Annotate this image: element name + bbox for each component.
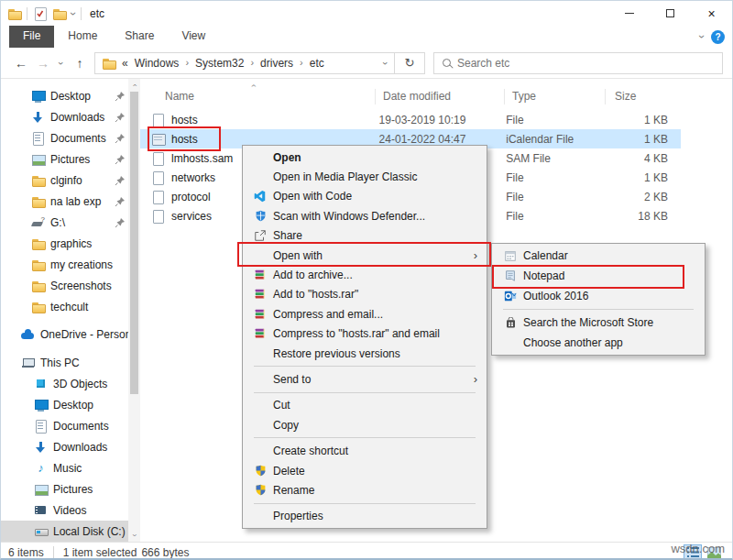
menu-item-open-in-media-player-classic[interactable]: Open in Media Player Classic — [245, 167, 485, 186]
column-header-type[interactable]: Type — [505, 89, 606, 104]
file-size: 1 KB — [597, 133, 681, 146]
scroll-down-icon[interactable]: › — [128, 530, 141, 542]
menu-item-share[interactable]: Share — [245, 226, 485, 246]
folder-icon — [31, 280, 45, 292]
sidebar-item-my-creations[interactable]: my creations — [1, 254, 140, 275]
file-row-hosts-1[interactable]: hosts 19-03-2019 10:19 File 1 KB — [140, 110, 681, 129]
file-size: 1 KB — [597, 171, 681, 184]
tab-share[interactable]: Share — [111, 26, 168, 48]
sidebar-item-na-lab-exp[interactable]: na lab exp — [1, 191, 140, 212]
back-button[interactable]: ← — [10, 56, 32, 71]
menu-item-label: Copy — [271, 419, 299, 432]
submenu-item-search-the-microsoft-store[interactable]: Search the Microsoft Store — [494, 313, 703, 333]
up-button[interactable]: ↑ — [69, 56, 91, 71]
sidebar-item-onedrive[interactable]: OneDrive - Person — [1, 324, 140, 345]
sidebar-item-pictures[interactable]: Pictures — [1, 148, 140, 170]
breadcrumb-item-windows[interactable]: Windows — [135, 57, 180, 70]
breadcrumb[interactable]: « Windows › System32 › drivers › etc › — [94, 52, 395, 74]
folder-icon — [31, 258, 45, 271]
menu-item-rename[interactable]: Rename — [245, 480, 485, 500]
breadcrumb-item-system32[interactable]: System32 — [195, 57, 244, 70]
sidebar-scrollbar[interactable]: › › — [128, 79, 140, 542]
breadcrumb-item-etc[interactable]: etc — [310, 57, 324, 70]
menu-item-cut[interactable]: Cut — [245, 396, 485, 415]
menu-item-add-to-archive[interactable]: Add to archive... — [245, 265, 485, 284]
ribbon-expand-chevron[interactable]: › — [695, 35, 708, 38]
menu-item-copy[interactable]: Copy — [245, 415, 485, 434]
sidebar-item-g-drive[interactable]: G:\ — [1, 212, 140, 233]
sidebar-item-videos[interactable]: Videos — [1, 500, 140, 521]
search-box[interactable] — [433, 52, 723, 74]
help-icon[interactable]: ? — [711, 30, 725, 44]
search-input[interactable] — [457, 57, 714, 70]
no-icon — [249, 248, 271, 263]
submenu-item-calendar[interactable]: Calendar — [494, 246, 703, 266]
sidebar-item-clginfo[interactable]: clginfo — [1, 170, 140, 191]
menu-item-scan-with-windows-defender[interactable]: Scan with Windows Defender... — [245, 206, 485, 225]
sidebar-item-graphics[interactable]: graphics — [1, 233, 140, 254]
tab-file[interactable]: File — [9, 26, 54, 48]
winrar-icon — [249, 307, 271, 322]
menu-item-compress-and-email[interactable]: Compress and email... — [245, 304, 485, 324]
menu-item-delete[interactable]: Delete — [245, 461, 485, 480]
sidebar-item-label: Music — [53, 462, 82, 475]
sidebar-item-desktop-pc[interactable]: Desktop — [1, 394, 140, 415]
submenu-item-label: Notepad — [521, 269, 564, 282]
recent-locations-chevron[interactable]: › — [56, 56, 67, 71]
sidebar-item-3d-objects[interactable]: 3D Objects — [1, 373, 140, 394]
sidebar-item-downloads-pc[interactable]: Downloads — [1, 436, 140, 457]
forward-button[interactable]: → — [32, 56, 54, 71]
refresh-button[interactable]: ↻ — [395, 52, 425, 74]
folder-icon[interactable] — [52, 7, 66, 20]
file-type: File — [498, 210, 597, 223]
breadcrumb-collapse[interactable]: « — [122, 57, 128, 70]
tab-view[interactable]: View — [168, 26, 219, 48]
menu-item-send-to[interactable]: Send to› — [245, 369, 485, 389]
submenu-item-outlook-2016[interactable]: Outlook 2016 — [494, 286, 703, 306]
check-icon[interactable] — [33, 7, 47, 20]
menu-item-open-with-code[interactable]: Open with Code — [245, 187, 485, 206]
sidebar-item-documents-pc[interactable]: Documents — [1, 415, 140, 436]
sidebar-item-pictures-pc[interactable]: Pictures — [1, 478, 140, 500]
sidebar-item-label: na lab exp — [50, 195, 101, 208]
qat-dropdown-chevron[interactable]: › — [67, 12, 80, 16]
scrollbar-thumb[interactable] — [130, 92, 138, 394]
menu-separator — [503, 309, 694, 310]
sidebar-item-screenshots[interactable]: Screenshots — [1, 275, 140, 296]
sidebar-item-label: G:\ — [50, 216, 65, 229]
scroll-up-icon[interactable]: › — [128, 80, 141, 92]
sidebar-item-desktop[interactable]: Desktop — [1, 85, 140, 106]
column-header-size[interactable]: Size — [606, 89, 690, 104]
menu-item-open[interactable]: Open — [245, 148, 485, 167]
menu-item-add-to-hosts-rar[interactable]: Add to "hosts.rar" — [245, 285, 485, 304]
tab-home[interactable]: Home — [54, 26, 111, 48]
menu-item-compress-to-hosts-rar-and-email[interactable]: Compress to "hosts.rar" and email — [245, 324, 485, 344]
selection-size: 666 bytes — [141, 546, 189, 559]
minimize-button[interactable] — [608, 1, 650, 26]
share-icon — [249, 228, 271, 243]
column-header-name[interactable]: Name — [140, 89, 376, 104]
close-button[interactable]: × — [691, 1, 732, 26]
sidebar-item-downloads[interactable]: Downloads — [1, 106, 140, 127]
menu-item-properties[interactable]: Properties — [245, 507, 485, 526]
menu-item-open-with[interactable]: Open with› — [245, 246, 485, 265]
navigation-pane: Desktop Downloads Documents Pictures clg — [1, 79, 140, 542]
sidebar-item-music[interactable]: ♪ Music — [1, 457, 140, 478]
file-name: networks — [171, 171, 215, 184]
submenu-item-choose-another-app[interactable]: Choose another app — [494, 333, 703, 353]
sidebar-item-local-disk-c[interactable]: Local Disk (C:) — [1, 521, 140, 542]
breadcrumb-item-drivers[interactable]: drivers — [260, 57, 293, 70]
menu-item-restore-previous-versions[interactable]: Restore previous versions — [245, 344, 485, 363]
sidebar-item-documents[interactable]: Documents — [1, 127, 140, 148]
column-header-date-modified[interactable]: Date modified — [376, 89, 505, 104]
sidebar-item-this-pc[interactable]: This PC — [1, 352, 140, 373]
submenu-item-notepad[interactable]: Notepad — [494, 266, 703, 286]
menu-item-create-shortcut[interactable]: Create shortcut — [245, 441, 485, 460]
menu-item-label: Send to — [271, 373, 311, 386]
divider — [27, 7, 27, 20]
sidebar-item-techcult[interactable]: techcult — [1, 296, 140, 317]
chevron-right-icon: › — [185, 57, 189, 68]
maximize-button[interactable] — [650, 1, 691, 26]
open-with-submenu: Calendar Notepad Outlook 2016 Search the… — [491, 243, 706, 356]
address-dropdown-chevron[interactable]: › — [380, 61, 391, 65]
